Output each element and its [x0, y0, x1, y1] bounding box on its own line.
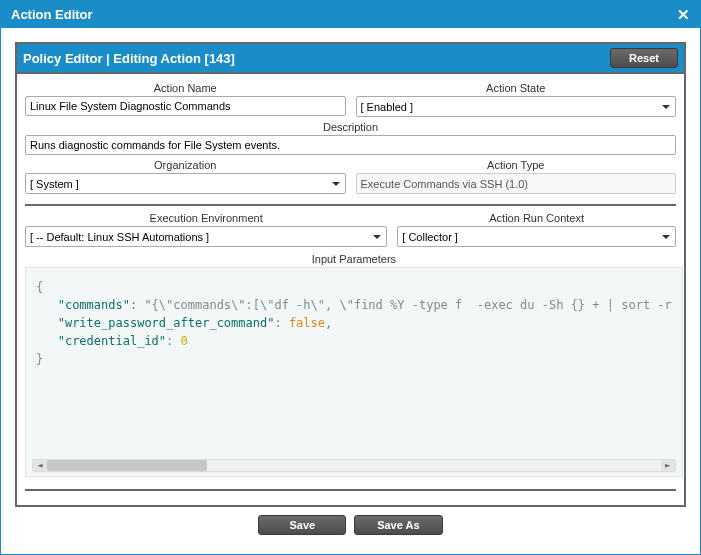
exec-env-label: Execution Environment: [25, 212, 387, 224]
chevron-down-icon: [372, 232, 382, 242]
action-name-input[interactable]: [25, 96, 346, 116]
section-divider: [25, 489, 676, 491]
exec-env-select[interactable]: [ -- Default: Linux SSH Automations ]: [25, 226, 387, 247]
json-key: "commands": [58, 298, 130, 312]
action-type-readonly: Execute Commands via SSH (1.0): [356, 173, 677, 194]
json-key: "credential_id": [58, 334, 166, 348]
chevron-down-icon: [661, 102, 671, 112]
form-area: Action Name Action State [ Enabled ]: [17, 74, 684, 505]
action-type-label: Action Type: [356, 159, 677, 171]
input-params-label: Input Parameters: [25, 253, 683, 265]
panel-header: Policy Editor | Editing Action [143] Res…: [17, 44, 684, 74]
footer-buttons: Save Save As: [15, 507, 686, 545]
organization-label: Organization: [25, 159, 346, 171]
scroll-left-icon[interactable]: ◄: [33, 460, 47, 471]
scroll-track[interactable]: [47, 460, 661, 471]
scroll-thumb[interactable]: [47, 460, 207, 471]
description-input[interactable]: [25, 135, 676, 155]
action-state-select[interactable]: [ Enabled ]: [356, 96, 677, 117]
save-button[interactable]: Save: [258, 515, 346, 535]
horizontal-scrollbar[interactable]: ◄ ►: [32, 459, 676, 472]
json-bool: false: [289, 316, 325, 330]
editor-panel: Policy Editor | Editing Action [143] Res…: [15, 42, 686, 507]
reset-button[interactable]: Reset: [610, 48, 678, 68]
json-string: "{\"commands\":[\"df -h\", \"find %Y -ty…: [144, 298, 671, 312]
scroll-right-icon[interactable]: ►: [661, 460, 675, 471]
close-icon[interactable]: ✕: [677, 7, 690, 22]
json-key: "write_password_after_command": [58, 316, 275, 330]
panel-title: Policy Editor | Editing Action [143]: [23, 49, 235, 68]
organization-select[interactable]: [ System ]: [25, 173, 346, 194]
action-editor-modal: Action Editor ✕ Policy Editor | Editing …: [0, 0, 701, 555]
exec-env-value: [ -- Default: Linux SSH Automations ]: [30, 231, 209, 243]
organization-value: [ System ]: [30, 178, 79, 190]
modal-title: Action Editor: [11, 7, 93, 22]
chevron-down-icon: [661, 232, 671, 242]
action-type-value: Execute Commands via SSH (1.0): [361, 178, 529, 190]
action-state-value: [ Enabled ]: [361, 101, 414, 113]
run-context-value: [ Collector ]: [402, 231, 458, 243]
chevron-down-icon: [331, 179, 341, 189]
save-as-button[interactable]: Save As: [354, 515, 442, 535]
description-label: Description: [25, 121, 676, 133]
run-context-label: Action Run Context: [397, 212, 676, 224]
run-context-select[interactable]: [ Collector ]: [397, 226, 676, 247]
modal-titlebar: Action Editor ✕: [1, 1, 700, 28]
input-params-editor[interactable]: { "commands": "{\"commands\":[\"df -h\",…: [25, 267, 683, 477]
action-name-label: Action Name: [25, 82, 346, 94]
action-state-label: Action State: [356, 82, 677, 94]
modal-body: Policy Editor | Editing Action [143] Res…: [1, 28, 700, 555]
json-number: 0: [181, 334, 188, 348]
section-divider: [25, 204, 676, 206]
